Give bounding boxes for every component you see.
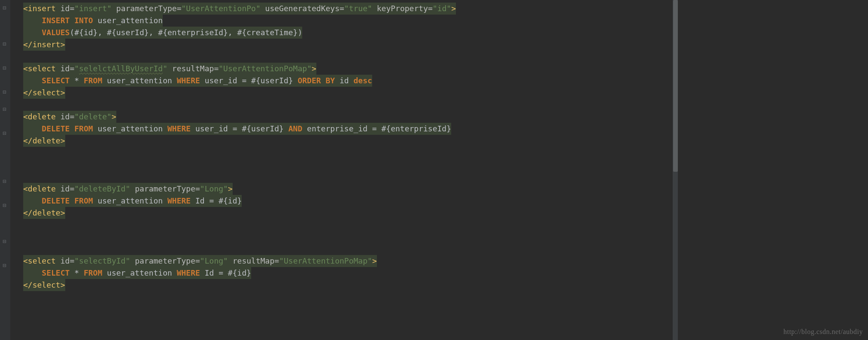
fold-mark-icon[interactable]: ⊟	[3, 131, 8, 136]
code-line: </insert>	[23, 39, 672, 51]
blank-line	[23, 159, 672, 171]
blank-line	[23, 147, 672, 159]
code-line: </select>	[23, 279, 672, 291]
fold-mark-icon[interactable]: ⊟	[3, 106, 8, 112]
code-line: <select id="selelctAllByUserId" resultMa…	[23, 63, 672, 75]
fold-mark-icon[interactable]: ⊟	[3, 239, 8, 244]
code-line: SELECT * FROM user_attention WHERE user_…	[23, 75, 672, 87]
blank-line	[23, 99, 672, 111]
code-line: <select id="selectById" parameterType="L…	[23, 255, 672, 267]
code-line: DELETE FROM user_attention WHERE user_id…	[23, 123, 672, 135]
blank-line	[23, 219, 672, 231]
code-line: </delete>	[23, 207, 672, 219]
scrollbar-thumb[interactable]	[673, 0, 678, 172]
gutter: ⊟ ⊟ ⊟ ⊟ ⊟ ⊟ ⊟ ⊟ ⊟ ⊟	[0, 0, 10, 340]
fold-mark-icon[interactable]: ⊟	[3, 89, 8, 94]
code-line: DELETE FROM user_attention WHERE Id = #{…	[23, 195, 672, 207]
blank-line	[23, 51, 672, 63]
fold-mark-icon[interactable]: ⊟	[3, 263, 8, 268]
blank-line	[23, 243, 672, 255]
code-line: INSERT INTO user_attention	[23, 15, 672, 27]
code-line: VALUES(#{id}, #{userId}, #{enterpriseId}…	[23, 27, 672, 39]
fold-mark-icon[interactable]: ⊟	[3, 41, 8, 46]
code-line: </select>	[23, 87, 672, 99]
blank-line	[23, 171, 672, 183]
watermark-text: http://blog.csdn.net/aubdiy	[783, 327, 863, 337]
code-content[interactable]: <insert id="insert" parameterType="UserA…	[10, 3, 672, 291]
fold-mark-icon[interactable]: ⊟	[3, 203, 8, 208]
vertical-scrollbar[interactable]	[672, 0, 678, 340]
code-line: <delete id="delete">	[23, 111, 672, 123]
code-line: </delete>	[23, 135, 672, 147]
code-line: <insert id="insert" parameterType="UserA…	[23, 3, 672, 15]
code-line: <delete id="deleteById" parameterType="L…	[23, 183, 672, 195]
code-editor[interactable]: ⊟ ⊟ ⊟ ⊟ ⊟ ⊟ ⊟ ⊟ ⊟ ⊟ <insert id="insert" …	[0, 0, 672, 340]
fold-mark-icon[interactable]: ⊟	[3, 65, 8, 70]
blank-line	[23, 231, 672, 243]
code-line: SELECT * FROM user_attention WHERE Id = …	[23, 267, 672, 279]
fold-mark-icon[interactable]: ⊟	[3, 179, 8, 184]
fold-mark-icon[interactable]: ⊟	[3, 5, 8, 10]
